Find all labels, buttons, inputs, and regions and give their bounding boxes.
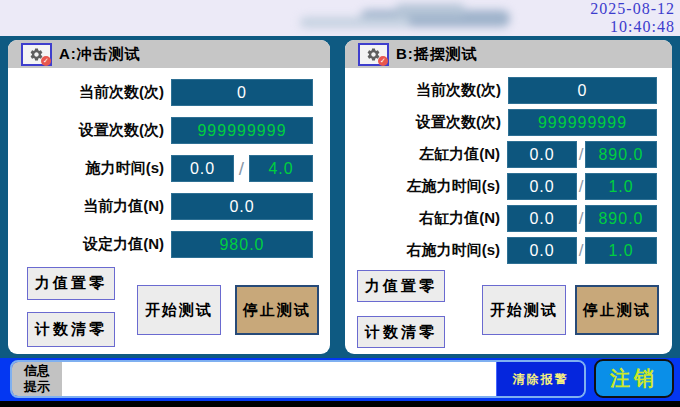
slash-separator: / [577,241,585,261]
datetime-display: 2025-08-12 10:40:48 [590,0,675,36]
field-label: 设置次数(次) [79,121,164,140]
panel-a-title: A:冲击测试 [59,45,141,64]
panel-a-header: ✓ A:冲击测试 [8,40,330,68]
panel-impact-test: ✓ A:冲击测试 当前次数(次) 0 设置次数(次) 999999999 施力时… [8,40,330,354]
stop-test-button[interactable]: 停止测试 [575,285,659,335]
redacted-title [300,4,515,32]
field-row: 左缸力值(N) 0.0 / 890.0 [345,141,657,168]
check-badge-icon: ✓ [41,56,51,66]
panel-b-rows: 当前次数(次) 0 设置次数(次) 999999999 左缸力值(N) 0.0 … [345,68,672,264]
zero-force-button[interactable]: 力值置零 [357,270,445,302]
clear-count-button[interactable]: 计数清零 [27,312,115,347]
right-cyl-force-display: 0.0 [507,205,577,232]
current-count-display: 0 [508,77,657,104]
force-time-set-input[interactable]: 4.0 [249,155,313,182]
right-force-time-input[interactable]: 1.0 [585,237,657,264]
left-force-time-display: 0.0 [507,173,577,200]
field-label: 设置次数(次) [416,113,501,132]
check-badge-icon: ✓ [378,56,388,66]
right-force-time-display: 0.0 [507,237,577,264]
field-label: 当前力值(N) [83,197,164,216]
panel-b-header: ✓ B:摇摆测试 [345,40,672,68]
slash-separator: / [577,177,585,197]
field-row: 当前力值(N) 0.0 [8,193,313,220]
field-label: 左缸力值(N) [419,145,500,164]
slash-separator: / [234,158,249,180]
field-label: 施力时间(s) [86,159,164,178]
time-text: 10:40:48 [590,18,675,36]
field-row: 右施力时间(s) 0.0 / 1.0 [345,237,657,264]
clear-count-button[interactable]: 计数清零 [357,316,445,348]
info-label-line1: 信息 [24,363,50,379]
hmi-screen: 2025-08-12 10:40:48 ✓ A:冲击测试 当前次数(次) 0 设… [0,0,680,407]
field-row: 当前次数(次) 0 [345,77,657,104]
set-count-input[interactable]: 999999999 [508,109,657,136]
field-row: 设置次数(次) 999999999 [345,109,657,136]
info-message-group: 信息 提示 清除报警 [10,360,586,398]
field-label: 右缸力值(N) [419,209,500,228]
force-time-current-display: 0.0 [171,155,234,182]
panel-a-rows: 当前次数(次) 0 设置次数(次) 999999999 施力时间(s) 0.0 … [8,68,330,258]
start-test-button[interactable]: 开始测试 [137,285,221,335]
panel-swing-test: ✓ B:摇摆测试 当前次数(次) 0 设置次数(次) 999999999 左缸力… [345,40,672,354]
zero-force-button[interactable]: 力值置零 [27,267,115,300]
field-label: 设定力值(N) [83,235,164,254]
field-row: 右缸力值(N) 0.0 / 890.0 [345,205,657,232]
field-label: 左施力时间(s) [407,177,500,196]
main-area: ✓ A:冲击测试 当前次数(次) 0 设置次数(次) 999999999 施力时… [0,36,680,358]
field-row: 施力时间(s) 0.0 / 4.0 [8,155,313,182]
left-force-time-input[interactable]: 1.0 [585,173,657,200]
date-text: 2025-08-12 [590,0,675,18]
logout-button[interactable]: 注销 [594,359,674,398]
bottom-black-strip [0,401,680,407]
field-label: 当前次数(次) [79,83,164,102]
current-force-display: 0.0 [171,193,313,220]
info-tip-label: 信息 提示 [12,362,62,396]
titlebar: 2025-08-12 10:40:48 [0,0,680,36]
panel-b-settings-button[interactable]: ✓ [358,43,389,66]
panel-b-title: B:摇摆测试 [396,45,478,64]
field-row: 设定力值(N) 980.0 [8,231,313,258]
info-label-line2: 提示 [24,379,50,395]
stop-test-button[interactable]: 停止测试 [235,285,319,335]
current-count-display: 0 [171,79,313,106]
set-count-input[interactable]: 999999999 [171,117,313,144]
field-row: 设置次数(次) 999999999 [8,117,313,144]
field-row: 左施力时间(s) 0.0 / 1.0 [345,173,657,200]
left-cyl-force-input[interactable]: 890.0 [585,141,657,168]
panel-a-settings-button[interactable]: ✓ [21,43,52,66]
start-test-button[interactable]: 开始测试 [482,285,566,335]
field-label: 当前次数(次) [416,81,501,100]
message-display [62,362,496,396]
slash-separator: / [577,145,585,165]
bottom-bar: 信息 提示 清除报警 注销 [0,358,680,401]
slash-separator: / [577,209,585,229]
field-row: 当前次数(次) 0 [8,79,313,106]
set-force-input[interactable]: 980.0 [171,231,313,258]
right-cyl-force-input[interactable]: 890.0 [585,205,657,232]
field-label: 右施力时间(s) [407,241,500,260]
left-cyl-force-display: 0.0 [507,141,577,168]
clear-alarm-button[interactable]: 清除报警 [496,362,584,396]
